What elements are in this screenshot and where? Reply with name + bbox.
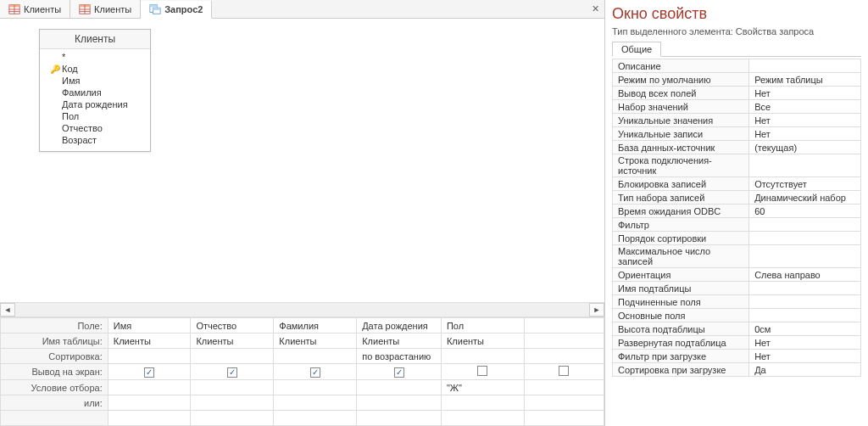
property-row[interactable]: Уникальные значенияНет	[613, 114, 861, 127]
checkbox-icon[interactable]	[310, 367, 320, 378]
cell-criteria[interactable]	[191, 380, 274, 395]
field-star[interactable]: *	[40, 51, 150, 63]
property-value[interactable]	[749, 309, 861, 322]
property-row[interactable]: Блокировка записейОтсутствует	[613, 177, 861, 191]
cell-criteria[interactable]	[357, 380, 442, 395]
cell-table[interactable]: Клиенты	[357, 334, 442, 349]
property-row[interactable]: Набор значенийВсе	[613, 100, 861, 114]
cell-criteria[interactable]	[274, 380, 357, 395]
scroll-left-icon[interactable]: ◄	[0, 303, 15, 317]
property-value[interactable]: Слева направо	[749, 268, 861, 282]
property-row[interactable]: Строка подключения-источник	[613, 154, 861, 177]
property-value[interactable]: Режим таблицы	[749, 73, 861, 87]
property-value[interactable]	[749, 282, 861, 295]
cell-sort[interactable]	[441, 349, 524, 364]
cell-field[interactable]: Имя	[108, 318, 191, 334]
cell-show[interactable]	[441, 364, 524, 380]
field-surname[interactable]: Фамилия	[40, 87, 150, 98]
property-value[interactable]: Нет	[749, 87, 861, 100]
cell-show[interactable]	[274, 364, 357, 380]
table-source-clients[interactable]: Клиенты * 🔑Код Имя Фамилия Дата рождения…	[39, 29, 151, 152]
cell-table[interactable]: Клиенты	[441, 334, 524, 349]
property-row[interactable]: Порядок сортировки	[613, 232, 861, 245]
property-row[interactable]: База данных-источник(текущая)	[613, 141, 861, 154]
cell-criteria[interactable]: "Ж"	[441, 380, 524, 395]
property-value[interactable]: 0см	[749, 322, 861, 336]
close-icon[interactable]: ✕	[587, 3, 604, 14]
field-age[interactable]: Возраст	[40, 134, 150, 146]
property-row[interactable]: Имя подтаблицы	[613, 282, 861, 295]
property-value[interactable]: Нет	[749, 114, 861, 127]
tab-clients-2[interactable]: Клиенты	[70, 0, 141, 18]
property-row[interactable]: Фильтр	[613, 218, 861, 232]
property-row[interactable]: Сортировка при загрузкеДа	[613, 363, 861, 377]
cell-field[interactable]: Дата рождения	[357, 318, 442, 334]
cell-or[interactable]	[191, 395, 274, 411]
field-sex[interactable]: Пол	[40, 110, 150, 122]
field-name[interactable]: Имя	[40, 75, 150, 87]
cell-show[interactable]	[108, 364, 191, 380]
horizontal-scrollbar[interactable]: ◄ ►	[0, 302, 604, 317]
property-value[interactable]	[749, 154, 861, 177]
property-value[interactable]: Нет	[749, 127, 861, 141]
field-birthdate[interactable]: Дата рождения	[40, 98, 150, 110]
checkbox-icon[interactable]	[144, 367, 154, 378]
relationship-canvas[interactable]: Клиенты * 🔑Код Имя Фамилия Дата рождения…	[0, 19, 604, 302]
property-row[interactable]: Уникальные записиНет	[613, 127, 861, 141]
cell-table[interactable]: Клиенты	[274, 334, 357, 349]
property-value[interactable]	[749, 295, 861, 309]
cell-or[interactable]	[441, 395, 524, 411]
property-row[interactable]: Основные поля	[613, 309, 861, 322]
scroll-right-icon[interactable]: ►	[589, 303, 604, 317]
property-value[interactable]	[749, 245, 861, 268]
property-value[interactable]: Да	[749, 363, 861, 377]
cell-field[interactable]: Фамилия	[274, 318, 357, 334]
property-row[interactable]: Максимальное число записей	[613, 245, 861, 268]
cell-or[interactable]	[274, 395, 357, 411]
checkbox-icon[interactable]	[394, 367, 404, 378]
property-value[interactable]: Отсутствует	[749, 177, 861, 191]
cell-show[interactable]	[357, 364, 442, 380]
cell-table[interactable]: Клиенты	[191, 334, 274, 349]
field-kod[interactable]: 🔑Код	[40, 63, 150, 75]
property-row[interactable]: Развернутая подтаблицаНет	[613, 336, 861, 350]
property-value[interactable]: Нет	[749, 350, 861, 363]
cell-sort[interactable]	[274, 349, 357, 364]
tab-clients-1[interactable]: Клиенты	[0, 0, 70, 18]
property-row[interactable]: Время ожидания ODBC60	[613, 205, 861, 218]
property-row[interactable]: Фильтр при загрузкеНет	[613, 350, 861, 363]
cell-criteria[interactable]	[524, 380, 604, 395]
property-value[interactable]	[749, 59, 861, 73]
cell-or[interactable]	[108, 395, 191, 411]
cell-sort[interactable]	[524, 349, 604, 364]
cell-field[interactable]: Пол	[441, 318, 524, 334]
checkbox-icon[interactable]	[477, 366, 487, 376]
property-row[interactable]: Вывод всех полейНет	[613, 87, 861, 100]
property-row[interactable]: Режим по умолчаниюРежим таблицы	[613, 73, 861, 87]
property-row[interactable]: Подчиненные поля	[613, 295, 861, 309]
cell-sort[interactable]	[191, 349, 274, 364]
property-value[interactable]: Динамический набор	[749, 191, 861, 205]
property-value[interactable]	[749, 232, 861, 245]
cell-or[interactable]	[357, 395, 442, 411]
property-value[interactable]: Нет	[749, 336, 861, 350]
property-row[interactable]: ОриентацияСлева направо	[613, 268, 861, 282]
cell-sort[interactable]: по возрастанию	[357, 349, 442, 364]
property-row[interactable]: Описание	[613, 59, 861, 73]
property-row[interactable]: Тип набора записейДинамический набор	[613, 191, 861, 205]
cell-table[interactable]	[524, 334, 604, 349]
property-value[interactable]	[749, 218, 861, 232]
checkbox-icon[interactable]	[559, 366, 569, 376]
cell-sort[interactable]	[108, 349, 191, 364]
cell-table[interactable]: Клиенты	[108, 334, 191, 349]
checkbox-icon[interactable]	[227, 367, 237, 378]
cell-field[interactable]: Отчество	[191, 318, 274, 334]
property-value[interactable]: (текущая)	[749, 141, 861, 154]
field-patronymic[interactable]: Отчество	[40, 122, 150, 134]
tab-query2[interactable]: Запрос2	[141, 1, 212, 19]
cell-field[interactable]	[524, 318, 604, 334]
property-value[interactable]: 60	[749, 205, 861, 218]
property-tab-general[interactable]: Общие	[612, 42, 661, 57]
cell-criteria[interactable]	[108, 380, 191, 395]
cell-or[interactable]	[524, 395, 604, 411]
